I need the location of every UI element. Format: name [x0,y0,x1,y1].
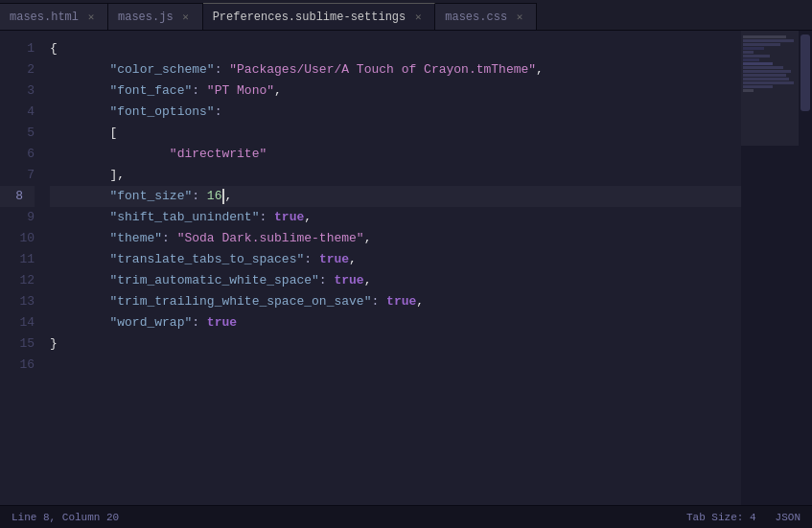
code-line-3: "font_face": "PT Mono", [50,80,741,102]
tab-close-mases-css[interactable]: ✕ [513,11,526,24]
tab-mases-js[interactable]: mases.js ✕ [108,3,203,30]
status-right: Tab Size: 4 JSON [686,512,800,523]
line-num-4: 4 [0,102,35,123]
code-area[interactable]: { "color_scheme": "Packages/User/A Touch… [46,31,741,505]
code-line-12: "trim_automatic_white_space": true, [50,270,741,291]
status-bar: Line 8, Column 20 Tab Size: 4 JSON [0,505,812,528]
tab-label: mases.html [10,11,79,24]
editor-container: 1 2 3 4 5 6 7 8 9 10 11 12 13 14 15 16 {… [0,31,812,505]
tab-bar: mases.html ✕ mases.js ✕ Preferences.subl… [0,0,812,31]
tab-close-mases-js[interactable]: ✕ [179,11,193,24]
code-line-8: "font_size": 16, [50,186,741,207]
line-num-14: 14 [0,312,35,333]
code-line-7: ], [50,165,741,186]
tab-mases-css[interactable]: mases.css ✕ [435,3,537,30]
minimap [741,31,799,146]
line-num-3: 3 [0,80,35,102]
scrollbar[interactable] [799,31,812,505]
code-line-15: } [50,333,741,355]
line-num-12: 12 [0,270,35,291]
line-num-2: 2 [0,59,35,80]
line-num-5: 5 [0,123,35,144]
cursor-position: Line 8, Column 20 [12,512,119,523]
line-num-6: 6 [0,144,35,165]
code-line-1: { [50,38,741,59]
code-line-10: "theme": "Soda Dark.sublime-theme", [50,228,741,249]
line-num-9: 9 [0,207,35,228]
tab-close-mases-html[interactable]: ✕ [84,11,98,24]
tab-mases-html[interactable]: mases.html ✕ [0,3,108,30]
line-num-13: 13 [0,291,35,312]
tab-preferences[interactable]: Preferences.sublime-settings ✕ [203,3,436,30]
minimap-scrollbar-area [741,31,812,505]
tab-label: mases.css [445,11,507,24]
tab-size: Tab Size: 4 [686,512,756,523]
line-num-10: 10 [0,228,35,249]
code-line-2: "color_scheme": "Packages/User/A Touch o… [50,59,741,80]
code-line-14: "word_wrap": true [50,312,741,333]
line-numbers: 1 2 3 4 5 6 7 8 9 10 11 12 13 14 15 16 [0,31,46,505]
tab-close-preferences[interactable]: ✕ [411,11,425,24]
code-line-4: "font_options": [50,102,741,123]
code-line-9: "shift_tab_unindent": true, [50,207,741,228]
line-num-15: 15 [0,333,35,355]
code-line-6: "directwrite" [50,144,741,165]
line-num-11: 11 [0,249,35,270]
tab-label: mases.js [118,11,174,24]
tab-label: Preferences.sublime-settings [213,11,406,24]
code-line-5: [ [50,123,741,144]
line-num-8: 8 [0,186,35,207]
syntax-mode: JSON [776,512,800,523]
line-num-16: 16 [0,355,35,376]
code-line-11: "translate_tabs_to_spaces": true, [50,249,741,270]
line-num-7: 7 [0,165,35,186]
code-line-13: "trim_trailing_white_space_on_save": tru… [50,291,741,312]
scrollbar-thumb[interactable] [800,34,810,111]
code-line-16 [50,355,741,376]
line-num-1: 1 [0,38,35,59]
